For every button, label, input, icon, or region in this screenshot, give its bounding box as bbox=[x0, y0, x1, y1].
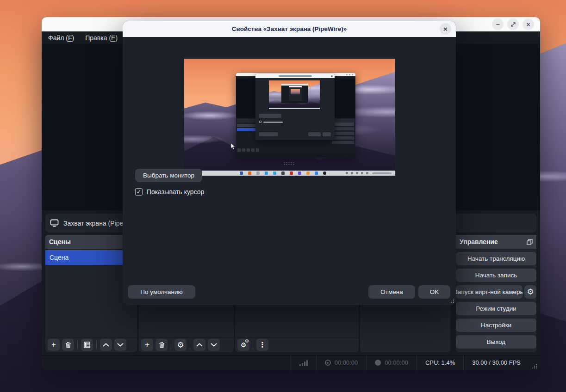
start-recording-button[interactable]: Начать запись bbox=[456, 269, 536, 282]
preview-taskbar bbox=[184, 171, 395, 176]
preview-mouse-cursor bbox=[230, 143, 236, 150]
gear-small-icon: ⚙ bbox=[245, 338, 249, 343]
minimize-button[interactable]: − bbox=[492, 18, 504, 30]
close-icon: × bbox=[526, 21, 530, 28]
popout-icon[interactable] bbox=[527, 239, 533, 245]
filters-icon bbox=[84, 342, 90, 348]
trash-icon bbox=[159, 342, 165, 348]
add-scene-button[interactable]: + bbox=[48, 339, 60, 351]
gear-icon: ⚙ bbox=[527, 288, 534, 296]
toolbar-separator bbox=[77, 341, 78, 349]
record-timer: 00:00:00 bbox=[367, 355, 417, 370]
remove-source-button[interactable] bbox=[155, 339, 168, 351]
exit-button[interactable]: Выход bbox=[456, 335, 536, 349]
remove-scene-button[interactable] bbox=[62, 339, 74, 351]
move-source-up-button[interactable] bbox=[193, 339, 205, 351]
preview-resize-handle[interactable] bbox=[283, 162, 295, 165]
sources-toolbar: + ⚙ bbox=[139, 337, 234, 352]
window-resize-grip[interactable] bbox=[532, 363, 537, 369]
ok-button[interactable]: OK bbox=[418, 285, 450, 299]
dialog-titlebar[interactable]: Свойства «Захват экрана (PipeWire)» × bbox=[123, 21, 456, 37]
gear-icon: ⚙ bbox=[177, 341, 184, 349]
controls-panel: Управление Начать трансляцию Начать запи… bbox=[456, 235, 536, 352]
plus-icon: + bbox=[51, 340, 56, 349]
record-icon bbox=[375, 360, 381, 366]
close-icon: × bbox=[443, 25, 448, 33]
toolbar-separator bbox=[171, 341, 171, 349]
toolbar-separator bbox=[190, 341, 190, 349]
check-icon: ✓ bbox=[137, 189, 141, 195]
screen-capture-preview bbox=[184, 59, 395, 177]
source-properties-button[interactable]: ⚙ bbox=[174, 339, 187, 351]
status-bar: 00:00:00 00:00:00 CPU: 1.4% 30.00 / 30.0… bbox=[42, 355, 540, 370]
start-virtual-camera-button[interactable]: Запуск вирт-ной камеры bbox=[456, 285, 522, 299]
settings-button[interactable]: Настройки bbox=[456, 318, 536, 332]
chevron-up-icon bbox=[196, 343, 203, 347]
dialog-close-button[interactable]: × bbox=[440, 23, 451, 35]
virtual-camera-settings-button[interactable]: ⚙ bbox=[524, 285, 536, 299]
mixer-menu-button[interactable]: ⋮ bbox=[256, 339, 268, 351]
controls-panel-header: Управление bbox=[456, 235, 536, 249]
display-icon bbox=[50, 219, 59, 227]
signal-bars-icon bbox=[299, 360, 308, 366]
connection-status bbox=[291, 355, 316, 370]
kebab-icon: ⋮ bbox=[259, 341, 266, 349]
move-scene-down-button[interactable] bbox=[114, 339, 126, 351]
studio-mode-button[interactable]: Режим студии bbox=[456, 302, 536, 315]
toolbar-separator bbox=[96, 341, 97, 349]
menu-edit[interactable]: Правка (E) bbox=[80, 34, 123, 42]
chevron-down-icon bbox=[211, 343, 217, 347]
dialog-body: Выбрать монитор ✓ Показывать курсор По у… bbox=[123, 37, 456, 305]
broadcast-icon bbox=[325, 360, 331, 366]
close-window-button[interactable]: × bbox=[522, 18, 534, 30]
cancel-button[interactable]: Отмена bbox=[368, 285, 415, 299]
show-cursor-label: Показывать курсор bbox=[147, 188, 204, 196]
minimize-icon: − bbox=[496, 21, 499, 28]
mixer-settings-button[interactable]: ⚙⚙ bbox=[237, 339, 249, 351]
cpu-usage: CPU: 1.4% bbox=[417, 355, 463, 370]
plus-icon: + bbox=[145, 340, 149, 349]
mixer-toolbar: ⚙⚙ ⋮ bbox=[235, 337, 359, 352]
show-cursor-row[interactable]: ✓ Показывать курсор bbox=[135, 188, 204, 196]
scenes-toolbar: + bbox=[45, 337, 137, 352]
properties-dialog: Свойства «Захват экрана (PipeWire)» × bbox=[123, 21, 456, 305]
stream-timer: 00:00:00 bbox=[317, 355, 367, 370]
show-cursor-checkbox[interactable]: ✓ bbox=[135, 188, 143, 196]
preview-nested-preview bbox=[269, 80, 320, 109]
chevron-up-icon bbox=[103, 343, 109, 347]
move-source-down-button[interactable] bbox=[208, 339, 220, 351]
add-source-button[interactable]: + bbox=[141, 339, 153, 351]
menu-file[interactable]: Файл (F) bbox=[43, 34, 80, 42]
preview-dialog bbox=[255, 74, 335, 140]
move-scene-up-button[interactable] bbox=[100, 339, 112, 351]
chevron-down-icon bbox=[117, 343, 124, 347]
toolbar-separator bbox=[253, 341, 253, 349]
dialog-title: Свойства «Захват экрана (PipeWire)» bbox=[232, 25, 347, 32]
defaults-button[interactable]: По умолчанию bbox=[128, 285, 195, 299]
select-monitor-button[interactable]: Выбрать монитор bbox=[135, 169, 202, 182]
scene-filters-button[interactable] bbox=[81, 339, 93, 351]
dialog-resize-grip[interactable] bbox=[449, 298, 454, 304]
fps-indicator: 30.00 / 30.00 FPS bbox=[464, 355, 529, 370]
maximize-icon bbox=[510, 22, 516, 27]
trash-icon bbox=[65, 342, 71, 348]
maximize-button[interactable] bbox=[507, 18, 519, 30]
start-streaming-button[interactable]: Начать трансляцию bbox=[456, 252, 536, 265]
